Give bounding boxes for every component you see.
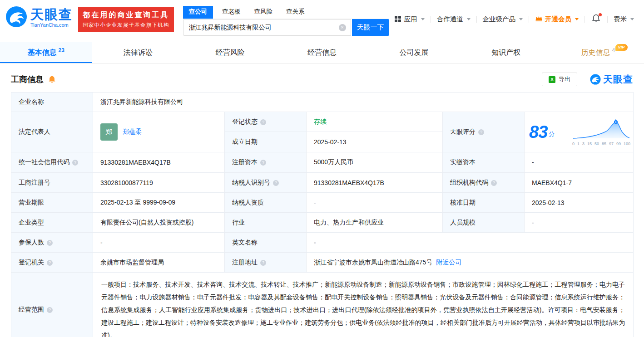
tab-company-development-label: 公司发展 xyxy=(400,49,429,56)
field-label-org-code: 组织机构代码 xyxy=(443,173,525,193)
table-row: 法定代表人 郑 郑蕴柔 登记状态 存续 天眼评分 83 分 xyxy=(11,112,634,132)
help-icon[interactable] xyxy=(478,129,484,135)
field-value-org-code: MAEBX4Q1-7 xyxy=(525,173,634,193)
field-value-business-scope: 一般项目：技术服务、技术开发、技术咨询、技术交流、技术转让、技术推广；新能源原动… xyxy=(93,273,634,337)
nav-enterprise-products[interactable]: 企业级产品 xyxy=(483,15,523,24)
field-value-credit-code: 91330281MAEBX4Q17B xyxy=(93,152,225,173)
tab-company-development[interactable]: 公司发展 xyxy=(368,42,460,63)
export-button[interactable]: 导出 xyxy=(542,73,577,86)
nearby-companies-link[interactable]: 附近公司 xyxy=(436,259,461,266)
help-icon[interactable] xyxy=(260,160,266,166)
table-row: 参保人数 - 英文名称 - xyxy=(11,233,634,253)
nav-vip-label: 开通会员 xyxy=(545,15,571,24)
score-value: 83 xyxy=(529,122,547,142)
divider xyxy=(607,16,608,23)
help-icon[interactable] xyxy=(72,160,78,166)
search-block: 查公司 查老板 查风险 查关系 天眼一下 xyxy=(183,6,389,36)
chevron-down-icon xyxy=(467,18,471,20)
nav-apps[interactable]: 应用 xyxy=(395,15,425,24)
table-row: 工商注册号 330281000877119 纳税人识别号 91330281MAE… xyxy=(11,173,634,193)
field-label-industry: 行业 xyxy=(225,213,307,233)
nav-user-menu[interactable]: 费米 xyxy=(614,15,634,24)
tab-history-info[interactable]: 历史信息4 VIP xyxy=(552,42,644,63)
notification-bell-icon[interactable] xyxy=(592,14,600,24)
tab-operation-risk[interactable]: 经营风险 xyxy=(184,42,276,63)
field-value-company-type: 有限责任公司(自然人投资或控股) xyxy=(93,213,225,233)
business-info-section-head: 工商信息 导出 天眼查 xyxy=(0,63,644,92)
help-icon[interactable] xyxy=(47,240,53,246)
tab-operation-risk-label: 经营风险 xyxy=(215,49,244,56)
header: 天眼查 TianYanCha.com 都在用的商业查询工具 国家中小企业发展子基… xyxy=(0,0,644,40)
field-label-reg-authority: 登记机关 xyxy=(11,253,93,273)
field-value-reg-capital: 5000万人民币 xyxy=(307,152,443,173)
tianyancha-watermark-icon xyxy=(590,74,601,85)
field-label-credit-code: 统一社会信用代码 xyxy=(11,152,93,173)
tab-business-info-label: 经营信息 xyxy=(307,49,337,56)
score-unit: 分 xyxy=(549,130,555,138)
nav-partner-channel[interactable]: 合作通道 xyxy=(437,15,471,24)
tianyancha-logo[interactable]: 天眼查 TianYanCha.com xyxy=(5,6,73,29)
field-value-taxpayer-id: 91330281MAEBX4Q17B xyxy=(307,173,443,193)
tab-intellectual-property[interactable]: 知识产权 xyxy=(460,42,552,63)
field-value-establish-date: 2025-02-13 xyxy=(307,132,443,152)
score-chart: 0131550859799100 xyxy=(572,118,630,146)
subscribe-bell-icon[interactable] xyxy=(48,75,56,84)
help-icon[interactable] xyxy=(491,180,497,186)
field-label-reg-address: 注册地址 xyxy=(225,253,307,273)
search-button[interactable]: 天眼一下 xyxy=(352,19,389,36)
legal-rep-avatar[interactable]: 郑 xyxy=(100,123,118,141)
tab-history-info-count: 4 xyxy=(612,47,615,54)
field-label-business-term: 营业期限 xyxy=(11,193,93,213)
field-label-company-type: 企业类型 xyxy=(11,213,93,233)
search-tab-boss[interactable]: 查老板 xyxy=(221,6,242,19)
tab-history-info-label: 历史信息 xyxy=(581,49,610,56)
tab-legal-litigation-label: 法律诉讼 xyxy=(124,49,153,56)
help-icon[interactable] xyxy=(260,260,266,266)
search-tab-risk[interactable]: 查风险 xyxy=(253,6,274,19)
table-row: 企业名称 浙江兆昇新能源科技有限公司 xyxy=(11,93,634,112)
table-row: 营业期限 2025-02-13 至 9999-09-09 纳税人资质 - 核准日… xyxy=(11,193,634,213)
help-icon[interactable] xyxy=(273,180,279,186)
field-label-reg-number: 工商注册号 xyxy=(11,173,93,193)
field-value-legal-rep: 郑 郑蕴柔 xyxy=(93,112,225,152)
legal-rep-name-link[interactable]: 郑蕴柔 xyxy=(123,128,142,136)
tab-basic-info-label: 基本信息 xyxy=(28,49,57,56)
nav-open-vip[interactable]: 开通会员 xyxy=(535,15,579,24)
field-label-company-name: 企业名称 xyxy=(11,93,93,112)
tianyancha-watermark-text: 天眼查 xyxy=(603,73,633,86)
excel-icon xyxy=(549,76,555,83)
clear-search-icon[interactable] xyxy=(339,24,346,31)
status-badge: 存续 xyxy=(314,118,327,125)
field-label-reg-status: 登记状态 xyxy=(225,112,307,132)
field-value-business-term: 2025-02-13 至 9999-09-09 xyxy=(93,193,225,213)
vip-badge: VIP xyxy=(615,44,628,51)
field-label-approval-date: 核准日期 xyxy=(443,193,525,213)
chevron-down-icon xyxy=(519,18,523,20)
help-icon[interactable] xyxy=(260,119,266,125)
username: 费米 xyxy=(614,15,627,24)
divider xyxy=(476,16,477,23)
top-nav: 应用 合作通道 企业级产品 开通会员 费米 xyxy=(395,6,634,24)
slogan-line2: 国家中小企业发展子基金旗下机构 xyxy=(83,22,169,29)
tianyancha-logo-icon xyxy=(5,6,27,29)
field-value-paid-capital: - xyxy=(525,152,634,173)
search-tab-relation[interactable]: 查关系 xyxy=(285,6,306,19)
score-axis: 0131550859799100 xyxy=(572,142,630,146)
search-tab-company[interactable]: 查公司 xyxy=(183,6,213,19)
field-value-reg-authority: 余姚市市场监督管理局 xyxy=(93,253,225,273)
nav-enterprise-label: 企业级产品 xyxy=(483,15,516,24)
table-row: 登记机关 余姚市市场监督管理局 注册地址 浙江省宁波市余姚市凤山街道冶山路475… xyxy=(11,253,634,273)
tab-business-info[interactable]: 经营信息 xyxy=(276,42,368,63)
company-search-input[interactable] xyxy=(183,24,333,31)
field-label-insured-count: 参保人数 xyxy=(11,233,93,253)
help-icon[interactable] xyxy=(47,307,53,313)
tab-legal-litigation[interactable]: 法律诉讼 xyxy=(92,42,184,63)
field-value-score: 83 分 xyxy=(525,112,634,152)
notification-dot xyxy=(599,13,602,16)
help-icon[interactable] xyxy=(47,260,53,266)
business-registration-table: 企业名称 浙江兆昇新能源科技有限公司 法定代表人 郑 郑蕴柔 登记状态 存续 天… xyxy=(11,92,634,337)
tab-basic-info[interactable]: 基本信息23 xyxy=(0,42,92,63)
slogan-line1: 都在用的商业查询工具 xyxy=(83,10,169,20)
chevron-down-icon xyxy=(575,18,579,20)
tab-basic-info-count: 23 xyxy=(59,47,64,54)
